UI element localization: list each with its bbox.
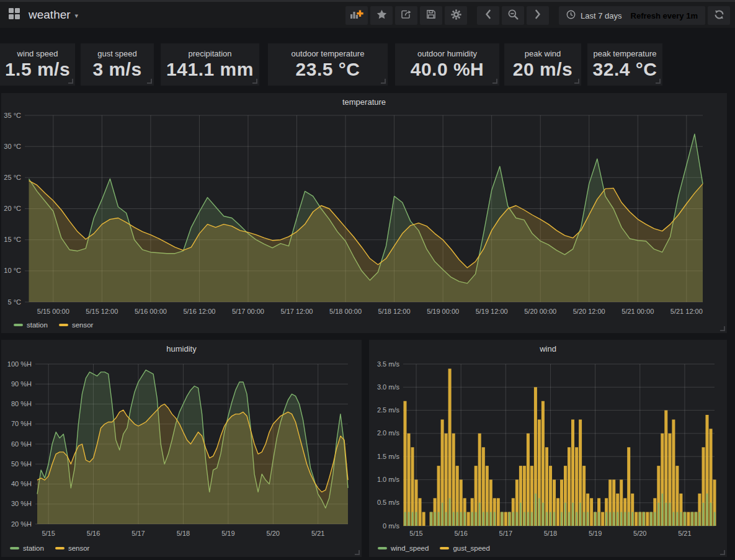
panel-title-wind[interactable]: wind <box>369 344 727 353</box>
resize-handle[interactable] <box>68 79 73 84</box>
panel-title-temperature[interactable]: temperature <box>1 97 727 107</box>
zoom-out-icon <box>507 9 519 23</box>
svg-text:5/20: 5/20 <box>267 530 280 537</box>
stat-panel-peak-temperature: peak temperature 32.4 °C <box>587 43 662 86</box>
legend-swatch <box>59 324 68 326</box>
svg-text:15 °C: 15 °C <box>4 236 21 243</box>
svg-text:5/16 00:00: 5/16 00:00 <box>135 308 167 315</box>
stat-title[interactable]: peak wind <box>504 49 581 58</box>
humidity-panel: 20 %H30 %H40 %H50 %H60 %H70 %H80 %H90 %H… <box>1 340 362 557</box>
stat-value: 3 m/s <box>81 59 154 80</box>
legend-item-station[interactable]: station <box>10 544 44 552</box>
svg-text:5/15 12:00: 5/15 12:00 <box>86 308 118 315</box>
temperature-chart-plot[interactable]: 5 °C10 °C15 °C20 °C25 °C30 °C35 °C5/15 0… <box>1 93 727 333</box>
chevron-right-icon <box>535 9 541 22</box>
wind-panel: 0 m/s0.5 m/s1.0 m/s1.5 m/s2.0 m/s2.5 m/s… <box>369 340 727 557</box>
svg-text:2.5 m/s: 2.5 m/s <box>377 406 400 414</box>
legend-item-station[interactable]: station <box>14 321 48 329</box>
share-icon <box>401 9 412 22</box>
legend-item-gust_speed[interactable]: gust_speed <box>440 544 489 552</box>
stat-value: 23.5 °C <box>268 59 388 80</box>
stat-value: 32.4 °C <box>587 59 662 80</box>
panel-title-humidity[interactable]: humidity <box>1 344 362 353</box>
svg-text:30 °C: 30 °C <box>4 143 21 150</box>
svg-text:40 %H: 40 %H <box>11 480 32 487</box>
svg-text:60 %H: 60 %H <box>11 440 32 448</box>
resize-handle[interactable] <box>252 79 257 84</box>
svg-text:1.5 m/s: 1.5 m/s <box>377 453 400 460</box>
stat-value: 1.5 m/s <box>0 59 75 80</box>
refresh-interval-label[interactable]: Refresh every 1m <box>631 11 698 20</box>
svg-text:5/20 00:00: 5/20 00:00 <box>524 308 556 315</box>
legend-item-wind_speed[interactable]: wind_speed <box>378 544 429 552</box>
save-button[interactable] <box>420 6 442 25</box>
svg-text:5/19 12:00: 5/19 12:00 <box>476 308 508 315</box>
resize-handle[interactable] <box>656 79 661 84</box>
stat-title[interactable]: wind speed <box>0 49 75 58</box>
resize-handle[interactable] <box>492 79 497 84</box>
dashboard-title-dropdown[interactable]: weather ▾ <box>8 2 78 28</box>
resize-handle[interactable] <box>147 79 152 84</box>
legend-swatch <box>55 547 65 549</box>
nav-toolbar: Last 7 days Refresh every 1m <box>343 6 730 25</box>
time-range-picker[interactable]: Last 7 days Refresh every 1m <box>559 6 705 25</box>
svg-text:5/15: 5/15 <box>409 530 422 537</box>
stat-title[interactable]: outdoor humidity <box>395 49 499 58</box>
svg-text:5/15: 5/15 <box>42 530 55 537</box>
svg-text:90 %H: 90 %H <box>11 380 32 388</box>
resize-handle[interactable] <box>574 79 579 84</box>
humidity-chart-plot[interactable]: 20 %H30 %H40 %H50 %H60 %H70 %H80 %H90 %H… <box>1 340 362 557</box>
chevron-down-icon: ▾ <box>75 12 79 20</box>
svg-text:5/18 00:00: 5/18 00:00 <box>329 308 362 315</box>
resize-handle[interactable] <box>381 79 386 84</box>
temperature-panel: 5 °C10 °C15 °C20 °C25 °C30 °C35 °C5/15 0… <box>1 93 727 333</box>
stat-value: 20 m/s <box>504 59 581 80</box>
svg-text:5/16: 5/16 <box>454 530 467 537</box>
time-back-button[interactable] <box>477 6 499 25</box>
save-icon <box>426 9 436 22</box>
legend-item-sensor[interactable]: sensor <box>59 321 94 329</box>
add-graph-icon <box>350 9 363 22</box>
svg-text:25 °C: 25 °C <box>4 174 21 181</box>
legend-label: sensor <box>68 544 90 552</box>
stat-panel-wind-speed: wind speed 1.5 m/s <box>0 43 75 86</box>
svg-text:5 °C: 5 °C <box>7 298 21 306</box>
zoom-out-button[interactable] <box>502 6 524 25</box>
svg-text:5/20 12:00: 5/20 12:00 <box>573 308 605 315</box>
stat-title[interactable]: gust speed <box>81 49 154 58</box>
svg-text:5/17: 5/17 <box>131 530 145 537</box>
wind-legend: wind_speedgust_speed <box>378 544 501 552</box>
star-icon <box>376 9 387 22</box>
svg-text:20 %H: 20 %H <box>11 520 32 528</box>
settings-button[interactable] <box>445 6 467 25</box>
clock-icon <box>566 10 576 22</box>
stat-title[interactable]: peak temperature <box>587 49 662 58</box>
stat-panel-precipitation: precipitation 141.1 mm <box>161 43 259 86</box>
add-panel-button[interactable] <box>345 6 368 25</box>
resize-handle[interactable] <box>720 326 725 331</box>
stat-title[interactable]: precipitation <box>161 49 259 58</box>
legend-item-sensor[interactable]: sensor <box>55 544 90 552</box>
stat-panel-outdoor-humidity: outdoor humidity 40.0 %H <box>395 43 499 86</box>
legend-swatch <box>440 547 449 549</box>
svg-text:5/21 12:00: 5/21 12:00 <box>670 308 703 315</box>
dashboard-title[interactable]: weather <box>29 8 71 22</box>
legend-swatch <box>10 547 19 549</box>
refresh-button[interactable] <box>708 6 730 25</box>
legend-label: station <box>27 321 48 329</box>
svg-text:5/21: 5/21 <box>678 530 691 537</box>
star-button[interactable] <box>370 6 393 25</box>
resize-handle[interactable] <box>355 550 360 555</box>
svg-text:2.0 m/s: 2.0 m/s <box>377 429 400 437</box>
wind-chart-plot[interactable]: 0 m/s0.5 m/s1.0 m/s1.5 m/s2.0 m/s2.5 m/s… <box>369 340 727 557</box>
svg-text:30 %H: 30 %H <box>11 500 32 507</box>
svg-text:5/19 00:00: 5/19 00:00 <box>427 308 459 315</box>
svg-text:5/17 12:00: 5/17 12:00 <box>281 308 313 315</box>
svg-text:5/18: 5/18 <box>544 530 557 537</box>
menu-grid-icon[interactable] <box>8 7 20 22</box>
stat-title[interactable]: outdoor temperature <box>268 49 388 58</box>
resize-handle[interactable] <box>720 550 725 555</box>
time-forward-button[interactable] <box>527 6 549 25</box>
stat-value: 40.0 %H <box>395 59 499 80</box>
share-button[interactable] <box>395 6 417 25</box>
